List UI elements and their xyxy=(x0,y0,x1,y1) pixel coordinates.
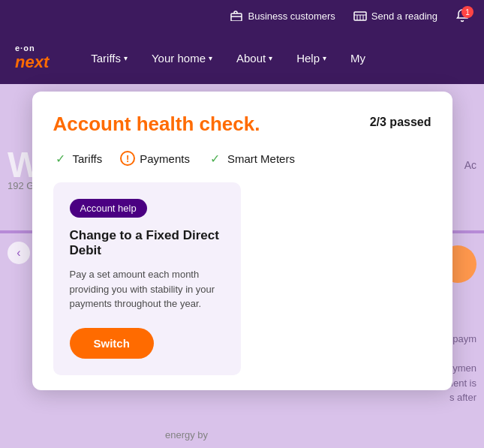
nav-your-home-label: Your home xyxy=(152,52,206,65)
switch-button[interactable]: Switch xyxy=(70,328,154,359)
nav-my[interactable]: My xyxy=(338,32,377,84)
card-title: Change to a Fixed Direct Debit xyxy=(70,228,224,258)
modal-header: Account health check. 2/3 passed xyxy=(53,113,431,136)
business-customers-link[interactable]: Business customers xyxy=(230,9,335,23)
briefcase-icon xyxy=(230,9,243,23)
logo-next-text: next xyxy=(15,53,49,72)
nav-about[interactable]: About ▾ xyxy=(224,32,284,84)
check-smart-meters-label: Smart Meters xyxy=(227,152,295,165)
card-description: Pay a set amount each month providing yo… xyxy=(70,267,224,311)
smart-meters-check-icon: ✓ xyxy=(208,151,223,166)
modal-score: 2/3 passed xyxy=(370,116,431,129)
modal-title: Account health check. xyxy=(53,113,260,136)
nav-bar: e·on next Tariffs ▾ Your home ▾ About ▾ … xyxy=(0,32,484,84)
check-items-row: ✓ Tariffs ! Payments ✓ Smart Meters xyxy=(53,151,431,166)
notifications-button[interactable]: 1 xyxy=(455,9,469,23)
check-smart-meters: ✓ Smart Meters xyxy=(208,151,295,166)
send-reading-label: Send a reading xyxy=(371,11,437,22)
nav-my-label: My xyxy=(350,52,365,65)
nav-tariffs-label: Tariffs xyxy=(91,52,121,65)
nav-items: Tariffs ▾ Your home ▾ About ▾ Help ▾ My xyxy=(79,32,469,84)
check-tariffs: ✓ Tariffs xyxy=(53,151,103,166)
payments-warning-icon: ! xyxy=(120,151,135,166)
check-payments: ! Payments xyxy=(120,151,190,166)
nav-your-home[interactable]: Your home ▾ xyxy=(140,32,224,84)
nav-tariffs[interactable]: Tariffs ▾ xyxy=(79,32,140,84)
your-home-chevron-icon: ▾ xyxy=(209,54,212,62)
card-badge: Account help xyxy=(70,199,147,218)
help-chevron-icon: ▾ xyxy=(323,54,326,62)
account-help-card: Account help Change to a Fixed Direct De… xyxy=(53,182,241,375)
nav-about-label: About xyxy=(236,52,266,65)
about-chevron-icon: ▾ xyxy=(269,54,272,62)
nav-help[interactable]: Help ▾ xyxy=(284,32,338,84)
tariffs-check-icon: ✓ xyxy=(53,151,68,166)
meter-icon xyxy=(353,9,367,23)
tariffs-chevron-icon: ▾ xyxy=(124,54,128,62)
notification-badge: 1 xyxy=(461,6,473,18)
svg-rect-0 xyxy=(231,14,242,21)
send-reading-link[interactable]: Send a reading xyxy=(353,9,437,23)
modal-overlay: Account health check. 2/3 passed ✓ Tarif… xyxy=(0,84,484,448)
top-bar: Business customers Send a reading 1 xyxy=(0,0,484,32)
business-customers-label: Business customers xyxy=(248,11,335,22)
logo[interactable]: e·on next xyxy=(15,44,49,72)
check-payments-label: Payments xyxy=(140,152,190,165)
check-tariffs-label: Tariffs xyxy=(73,152,103,165)
logo-eon-text: e·on xyxy=(15,44,49,53)
nav-help-label: Help xyxy=(296,52,320,65)
health-check-modal: Account health check. 2/3 passed ✓ Tarif… xyxy=(32,92,452,390)
